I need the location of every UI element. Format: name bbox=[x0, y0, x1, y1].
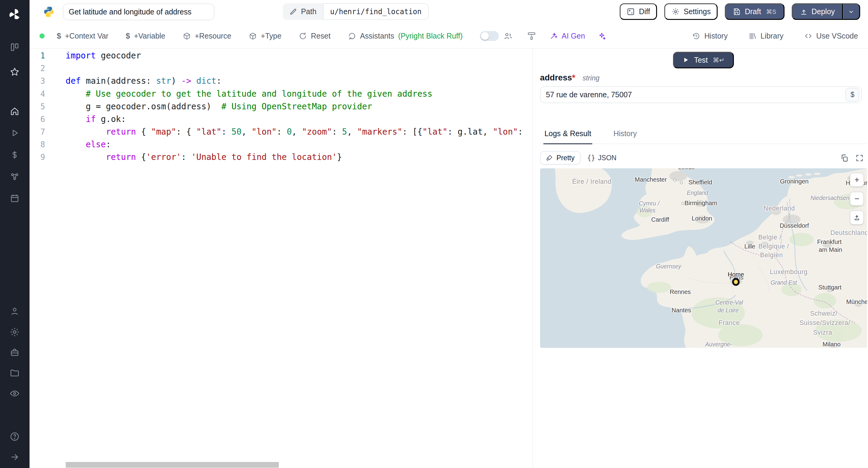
windmill-logo-icon[interactable] bbox=[4, 4, 25, 24]
code-lines[interactable]: import geocoder def main(address: str) -… bbox=[66, 49, 527, 164]
workers-briefcase-icon[interactable] bbox=[4, 342, 25, 362]
json-toggle[interactable]: {} JSON bbox=[587, 154, 616, 162]
settings-button[interactable]: Settings bbox=[664, 3, 718, 20]
line-number: 9 bbox=[30, 151, 52, 164]
package-icon bbox=[183, 32, 191, 40]
variables-dollar-icon[interactable] bbox=[4, 145, 25, 165]
board-icon[interactable] bbox=[4, 37, 25, 57]
gear-icon bbox=[672, 7, 680, 16]
arrow-up-icon bbox=[853, 214, 861, 221]
test-button[interactable]: Test ⌘↵ bbox=[673, 52, 734, 68]
run-panel: Test ⌘↵ address* string $ Logs & Result … bbox=[532, 48, 868, 468]
dollar-icon: $ bbox=[126, 32, 130, 40]
ai-wand-icon bbox=[550, 32, 558, 40]
braces-icon: {} bbox=[587, 154, 595, 162]
help-icon[interactable] bbox=[4, 427, 25, 446]
favorites-star-icon[interactable] bbox=[4, 62, 25, 81]
save-icon bbox=[733, 8, 741, 16]
gutter: 123456789 bbox=[30, 49, 52, 164]
editor-toolbar: $ +Context Var $ +Variable +Resource +Ty… bbox=[30, 24, 868, 48]
field-type: string bbox=[583, 74, 599, 82]
deploy-more-button[interactable] bbox=[843, 3, 860, 20]
path-value[interactable]: u/henri/find_location bbox=[323, 3, 429, 20]
draft-label: Draft bbox=[745, 7, 761, 16]
deploy-upload-icon bbox=[800, 8, 808, 16]
app-root: Path u/henri/find_location Diff Settings bbox=[0, 0, 868, 468]
code-editor: 123456789 import geocoder def main(addre… bbox=[30, 48, 527, 468]
add-variable-button[interactable]: $ +Variable bbox=[126, 32, 165, 40]
pencil-icon bbox=[289, 8, 297, 16]
code-line: else: bbox=[66, 138, 527, 151]
collapse-arrow-icon[interactable] bbox=[4, 447, 25, 467]
result-tabs: Logs & Result History bbox=[540, 129, 867, 144]
sidebar bbox=[0, 0, 30, 468]
status-dot bbox=[39, 33, 44, 38]
expand-icon[interactable] bbox=[855, 154, 864, 162]
assistants-button[interactable]: Assistants (Pyright Black Ruff) bbox=[348, 32, 463, 40]
deploy-button[interactable]: Deploy bbox=[792, 3, 843, 20]
brush-icon bbox=[546, 154, 553, 161]
assistants-status: (Pyright Black Ruff) bbox=[398, 32, 463, 40]
format-brush-icon[interactable] bbox=[527, 32, 536, 41]
path-control[interactable]: Path u/henri/find_location bbox=[283, 3, 429, 20]
audit-eye-icon[interactable] bbox=[4, 384, 25, 404]
library-button[interactable]: Library bbox=[748, 32, 784, 40]
add-type-button[interactable]: +Type bbox=[249, 32, 281, 40]
history-clock-icon bbox=[692, 32, 701, 40]
map-geometry bbox=[540, 168, 867, 348]
script-title-input[interactable] bbox=[63, 4, 214, 20]
ai-gen-button[interactable]: AI Gen bbox=[550, 32, 585, 40]
draft-button[interactable]: Draft ⌘S bbox=[725, 3, 784, 20]
address-input[interactable] bbox=[540, 87, 862, 103]
code-line: g = geocoder.osm(address) # Using OpenSt… bbox=[66, 100, 527, 113]
recenter-button[interactable] bbox=[850, 210, 864, 224]
vscode-icon bbox=[804, 32, 812, 40]
sparkles-icon[interactable] bbox=[597, 32, 607, 41]
reset-rotate-icon bbox=[299, 32, 307, 40]
chevron-down-icon bbox=[848, 8, 855, 15]
diff-icon bbox=[627, 7, 635, 16]
code-line: return { "map": { "lat": 50, "lon": 0, "… bbox=[66, 126, 527, 138]
users-icon[interactable] bbox=[503, 31, 513, 41]
deploy-split-button: Deploy bbox=[792, 3, 861, 20]
code-line: def main(address: str) -> dict: bbox=[66, 75, 527, 87]
multiplayer-toggle[interactable] bbox=[480, 31, 499, 41]
history-button[interactable]: History bbox=[692, 32, 727, 40]
code-line: if g.ok: bbox=[66, 113, 527, 126]
line-number: 4 bbox=[30, 88, 52, 100]
resources-nodes-icon[interactable] bbox=[4, 167, 25, 187]
tab-history[interactable]: History bbox=[613, 129, 638, 144]
use-vscode-button[interactable]: Use VScode bbox=[804, 32, 858, 40]
home-icon[interactable] bbox=[4, 101, 25, 121]
diff-label: Diff bbox=[639, 7, 650, 16]
assistants-rotate-icon bbox=[348, 32, 356, 40]
zoom-out-button[interactable]: − bbox=[850, 192, 864, 206]
pretty-toggle[interactable]: Pretty bbox=[540, 151, 581, 164]
add-resource-button[interactable]: +Resource bbox=[183, 32, 231, 40]
diff-button[interactable]: Diff bbox=[620, 3, 657, 20]
code-line: # Use geocoder to get the latitude and l… bbox=[66, 88, 527, 100]
line-number: 2 bbox=[30, 62, 52, 75]
result-map[interactable]: LeedsÉire / IrelandManchesterSheffieldGr… bbox=[540, 168, 867, 348]
runs-play-icon[interactable] bbox=[4, 123, 25, 143]
line-number: 1 bbox=[30, 49, 52, 62]
python-language-icon bbox=[43, 6, 55, 18]
zoom-in-button[interactable]: + bbox=[850, 173, 864, 187]
folders-icon[interactable] bbox=[4, 363, 25, 383]
code-line: return {'error': 'Unable to find the loc… bbox=[66, 151, 527, 164]
user-icon[interactable] bbox=[4, 301, 25, 321]
settings-gear-icon[interactable] bbox=[4, 322, 25, 342]
line-number: 5 bbox=[30, 100, 52, 113]
code-line bbox=[66, 62, 527, 75]
horizontal-scrollbar[interactable] bbox=[66, 462, 279, 467]
argument-header: address* string bbox=[540, 73, 867, 82]
schedules-calendar-icon[interactable] bbox=[4, 189, 25, 208]
insert-variable-button[interactable]: $ bbox=[845, 88, 859, 101]
test-shortcut: ⌘↵ bbox=[713, 56, 724, 64]
add-context-var-button[interactable]: $ +Context Var bbox=[57, 32, 108, 40]
settings-label: Settings bbox=[684, 7, 711, 16]
reset-button[interactable]: Reset bbox=[299, 32, 331, 40]
library-books-icon bbox=[748, 32, 757, 40]
copy-icon[interactable] bbox=[840, 154, 849, 162]
tab-logs-result[interactable]: Logs & Result bbox=[544, 129, 592, 144]
